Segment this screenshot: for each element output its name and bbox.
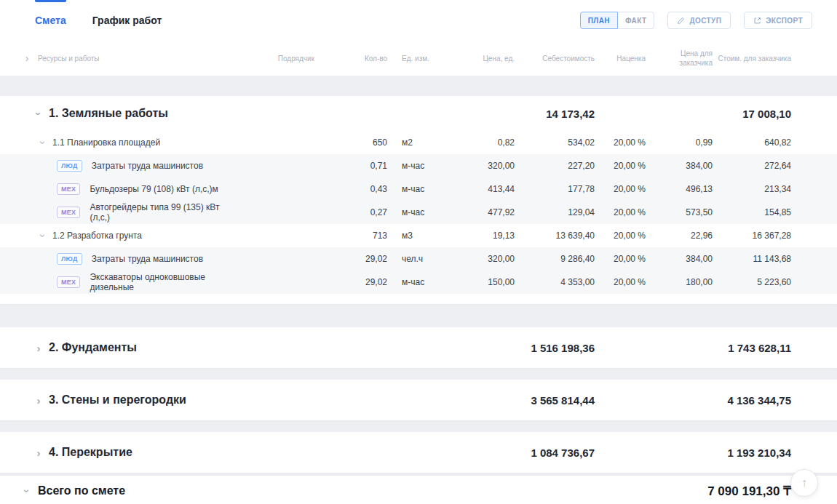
section-title: 1. Земляные работы — [49, 107, 168, 120]
cost-cell: 4 353,00 — [515, 277, 595, 287]
section-row[interactable]: › 3. Стены и перегородки 3 565 814,44 4 … — [0, 380, 837, 420]
export-button-label: ЭКСПОРТ — [766, 17, 803, 25]
cost-cell: 534,02 — [515, 137, 595, 148]
client-cost-cell: 5 223,60 — [713, 277, 791, 287]
markup-cell: 20,00 % — [595, 277, 646, 287]
section-4-card: › 4. Перекрытие 1 084 736,67 1 193 210,3… — [0, 432, 837, 473]
scroll-top-button[interactable]: ↑ — [790, 469, 818, 497]
price-cell: 413,44 — [456, 184, 515, 194]
section-client-cost: 1 193 210,34 — [713, 447, 791, 459]
tab-estimate[interactable]: Смета — [35, 0, 66, 41]
qty-cell: 0,43 — [314, 184, 387, 194]
client-price-cell: 384,00 — [646, 254, 713, 264]
row-title: Экскаваторы одноковшовые дизельные — [90, 272, 242, 292]
chevron-down-icon[interactable]: › — [38, 139, 48, 146]
chevron-right-icon[interactable]: › — [35, 395, 42, 406]
qty-cell: 29,02 — [314, 277, 387, 287]
markup-cell: 20,00 % — [595, 184, 646, 194]
row-title: Затраты труда машинистов — [92, 254, 203, 264]
price-cell: 0,82 — [456, 137, 515, 148]
export-icon — [753, 17, 761, 25]
unit-cell: м-час — [387, 184, 456, 194]
section-cost: 1 084 736,67 — [515, 447, 595, 459]
unit-cell: м2 — [387, 137, 456, 148]
chevron-down-icon[interactable]: › — [38, 232, 48, 239]
section-row[interactable]: › 4. Перекрытие 1 084 736,67 1 193 210,3… — [0, 432, 837, 473]
total-title-cell: › Всего по смете — [23, 484, 125, 497]
tab-bar: Смета График работ — [35, 0, 162, 41]
client-cost-cell: 16 367,28 — [713, 231, 791, 241]
chevron-right-icon[interactable]: › — [35, 447, 42, 458]
qty-cell: 713 — [314, 231, 387, 241]
section-name-cell: › 3. Стены и перегородки — [23, 393, 242, 407]
markup-cell: 20,00 % — [595, 137, 646, 148]
access-button-label: ДОСТУП — [689, 17, 721, 25]
column-unit: Ед. изм. — [387, 54, 456, 63]
row-title: 1.1 Планировка площадей — [52, 137, 160, 148]
client-price-cell: 22,96 — [646, 231, 713, 241]
resource-type-badge: ЛЮД — [57, 253, 82, 265]
client-cost-cell: 640,82 — [713, 137, 791, 148]
qty-cell: 650 — [314, 137, 387, 148]
column-price: Цена, ед. — [456, 54, 515, 63]
resource-type-badge: МЕХ — [57, 207, 80, 219]
total-title: Всего по смете — [38, 484, 125, 497]
row-name-cell: › 1.2 Разработка грунта — [23, 231, 242, 241]
subitem-row[interactable]: › 1.1 Планировка площадей 650 м2 0,82 53… — [0, 131, 837, 154]
resource-row: ЛЮД Затраты труда машинистов 29,02 чел.ч… — [0, 247, 837, 271]
resource-type-badge: ЛЮД — [57, 160, 82, 172]
section-cost: 14 173,42 — [515, 108, 595, 120]
section-client-cost: 1 743 628,11 — [713, 342, 791, 354]
markup-cell: 20,00 % — [595, 254, 646, 264]
chevron-down-icon[interactable]: › — [22, 487, 32, 495]
section-title: 4. Перекрытие — [49, 446, 132, 459]
chevron-down-icon[interactable]: › — [33, 110, 44, 117]
chevron-right-icon[interactable]: › — [35, 343, 42, 353]
section-3-card: › 3. Стены и перегородки 3 565 814,44 4 … — [0, 380, 837, 420]
client-cost-cell: 11 143,68 — [713, 254, 791, 264]
cost-cell: 9 286,40 — [515, 254, 595, 264]
markup-cell: 20,00 % — [595, 207, 646, 217]
client-price-cell: 496,13 — [646, 184, 713, 194]
tab-schedule[interactable]: График работ — [92, 0, 162, 41]
fact-toggle-button[interactable]: ФАКТ — [618, 12, 655, 29]
client-cost-cell: 154,85 — [713, 207, 791, 217]
chevron-right-icon[interactable]: › — [23, 53, 31, 63]
section-row[interactable]: › 1. Земляные работы 14 173,42 17 008,10 — [0, 96, 837, 131]
section-name-cell: › 1. Земляные работы — [23, 107, 242, 120]
client-price-cell: 573,50 — [646, 207, 713, 217]
subitem-row[interactable]: › 1.2 Разработка грунта 713 м3 19,13 13 … — [0, 224, 837, 247]
export-button[interactable]: ЭКСПОРТ — [744, 12, 812, 29]
row-name-cell: › 1.1 Планировка площадей — [23, 137, 242, 148]
client-cost-cell: 213,34 — [713, 184, 791, 194]
section-row[interactable]: › 2. Фундаменты 1 516 198,36 1 743 628,1… — [0, 327, 837, 368]
row-name-cell: МЕХ Экскаваторы одноковшовые дизельные — [23, 272, 242, 292]
price-cell: 320,00 — [456, 254, 515, 264]
qty-cell: 0,71 — [314, 161, 387, 171]
cost-cell: 177,78 — [515, 184, 595, 194]
unit-cell: чел.ч — [387, 254, 456, 264]
column-cost: Себестоимость — [515, 54, 595, 63]
qty-cell: 29,02 — [314, 254, 387, 264]
section-2-card: › 2. Фундаменты 1 516 198,36 1 743 628,1… — [0, 327, 837, 368]
toolbar: ПЛАН ФАКТ ДОСТУП ЭКСПОРТ — [580, 12, 812, 29]
unit-cell: м-час — [387, 277, 456, 287]
resource-row: МЕХ Бульдозеры 79 (108) кВт (л,с,)м 0,43… — [0, 177, 837, 201]
price-cell: 150,00 — [456, 277, 515, 287]
access-button[interactable]: ДОСТУП — [667, 12, 731, 29]
column-markup: Наценка — [595, 54, 646, 63]
column-contractor: Подрядчик — [242, 54, 314, 63]
row-name-cell: МЕХ Бульдозеры 79 (108) кВт (л,с,)м — [23, 183, 242, 196]
row-name-cell: ЛЮД Затраты труда машинистов — [23, 160, 242, 172]
plan-toggle-button[interactable]: ПЛАН — [580, 12, 618, 29]
resource-type-badge: МЕХ — [57, 183, 80, 196]
column-client-cost: Стоим. для заказчика — [713, 54, 791, 63]
column-resources: › Ресурсы и работы — [23, 53, 242, 63]
price-cell: 320,00 — [456, 161, 515, 171]
unit-cell: м-час — [387, 207, 456, 217]
total-row[interactable]: › Всего по смете 7 090 191,30 ₸ — [0, 476, 837, 504]
markup-cell: 20,00 % — [595, 161, 646, 171]
top-bar: Смета График работ ПЛАН ФАКТ ДОСТУП ЭКСП… — [0, 0, 837, 41]
cost-cell: 13 639,40 — [515, 231, 595, 241]
client-price-cell: 0,99 — [646, 137, 713, 148]
